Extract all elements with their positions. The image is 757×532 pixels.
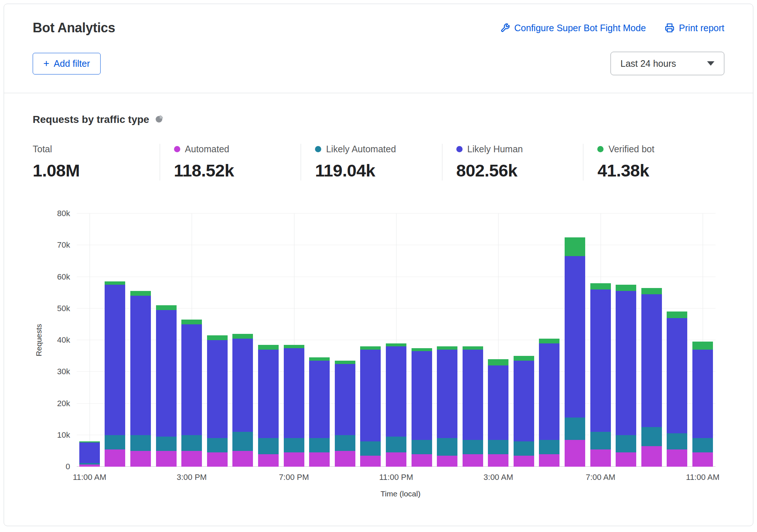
stat-total-value: 1.08M xyxy=(33,160,160,181)
bar-segment-likely-automated xyxy=(539,440,559,454)
x-tick-label: 11:00 AM xyxy=(73,473,106,482)
bar-column xyxy=(690,214,716,467)
stacked-bar[interactable] xyxy=(130,214,151,467)
bar-column xyxy=(153,214,179,467)
bar-segment-verified-bot xyxy=(641,288,662,294)
add-filter-label: Add filter xyxy=(54,58,90,69)
stacked-bar[interactable] xyxy=(105,214,125,467)
bar-segment-automated xyxy=(463,454,483,467)
bar-column xyxy=(383,214,409,467)
add-filter-button[interactable]: + Add filter xyxy=(33,53,101,74)
bar-column xyxy=(588,214,613,467)
bar-column xyxy=(256,214,281,467)
x-tick-label: 7:00 AM xyxy=(586,473,615,482)
stacked-bar[interactable] xyxy=(590,214,611,467)
bar-segment-likely-human xyxy=(616,291,636,435)
bar-segment-likely-automated xyxy=(181,435,202,451)
bar-segment-verified-bot xyxy=(488,359,508,365)
x-tick-label: 11:00 PM xyxy=(379,473,413,482)
stacked-bar[interactable] xyxy=(539,214,559,467)
stacked-bar[interactable] xyxy=(335,214,355,467)
pie-chart-icon xyxy=(155,114,164,125)
y-tick-label: 30k xyxy=(57,367,70,376)
bar-column xyxy=(102,214,128,467)
bar-column xyxy=(409,214,435,467)
bar-segment-likely-automated xyxy=(386,437,406,452)
stacked-bar[interactable] xyxy=(641,214,662,467)
bar-segment-automated xyxy=(386,452,406,467)
stacked-bar[interactable] xyxy=(258,214,279,467)
stacked-bar[interactable] xyxy=(488,214,508,467)
bar-segment-likely-automated xyxy=(412,440,432,454)
bar-column xyxy=(204,214,230,467)
stacked-bar[interactable] xyxy=(207,214,228,467)
stacked-bar[interactable] xyxy=(386,214,406,467)
bar-segment-likely-human xyxy=(360,350,381,441)
bar-segment-likely-human xyxy=(386,346,406,437)
stat-likely-automated-label: Likely Automated xyxy=(326,144,396,154)
chevron-down-icon xyxy=(707,61,714,66)
bar-segment-automated xyxy=(616,452,636,467)
stat-likely-human-value: 802.56k xyxy=(456,160,583,181)
stacked-bar[interactable] xyxy=(437,214,457,467)
stacked-bar[interactable] xyxy=(232,214,253,467)
bar-segment-verified-bot xyxy=(616,285,636,291)
stacked-bar[interactable] xyxy=(463,214,483,467)
stacked-bar[interactable] xyxy=(565,214,585,467)
stacked-bar[interactable] xyxy=(79,214,100,467)
bar-column xyxy=(613,214,639,467)
stacked-bar[interactable] xyxy=(412,214,432,467)
stat-verified-bot-label: Verified bot xyxy=(608,144,654,154)
bar-segment-verified-bot xyxy=(437,346,457,350)
bar-column xyxy=(332,214,358,467)
bar-segment-verified-bot xyxy=(590,283,611,289)
bar-segment-automated xyxy=(232,451,253,467)
section-title: Requests by traffic type xyxy=(33,114,149,125)
bar-segment-likely-human xyxy=(309,361,330,438)
stacked-bar[interactable] xyxy=(360,214,381,467)
bar-column xyxy=(358,214,384,467)
x-tick-label: 3:00 AM xyxy=(483,473,513,482)
y-axis-title: Requests xyxy=(35,324,43,357)
bar-segment-likely-human xyxy=(437,350,457,438)
stacked-bar[interactable] xyxy=(284,214,304,467)
stat-automated: Automated 118.52k xyxy=(160,144,301,181)
bar-segment-automated xyxy=(514,456,534,467)
configure-super-bot-fight-mode-link[interactable]: Configure Super Bot Fight Mode xyxy=(500,23,646,33)
bar-segment-verified-bot xyxy=(130,291,151,296)
stacked-bar[interactable] xyxy=(667,214,687,467)
bar-segment-verified-bot xyxy=(156,305,177,310)
stat-total: Total 1.08M xyxy=(33,144,160,181)
bar-segment-likely-automated xyxy=(207,438,228,452)
bar-segment-automated xyxy=(641,446,662,467)
bar-segment-likely-automated xyxy=(692,438,713,452)
stacked-bar[interactable] xyxy=(156,214,177,467)
bar-segment-likely-human xyxy=(463,350,483,440)
bar-segment-verified-bot xyxy=(539,339,559,343)
bar-segment-likely-human xyxy=(488,365,508,440)
time-range-dropdown[interactable]: Last 24 hours xyxy=(611,52,724,75)
bar-segment-likely-human xyxy=(335,364,355,435)
bar-column xyxy=(434,214,460,467)
bar-column xyxy=(537,214,562,467)
stacked-bar[interactable] xyxy=(181,214,202,467)
configure-link-label: Configure Super Bot Fight Mode xyxy=(514,23,646,33)
stacked-bar[interactable] xyxy=(616,214,636,467)
bar-segment-verified-bot xyxy=(232,334,253,339)
stat-automated-value: 118.52k xyxy=(174,160,301,181)
bar-segment-likely-human xyxy=(641,294,662,427)
bar-segment-verified-bot xyxy=(692,342,713,350)
stacked-bar[interactable] xyxy=(309,214,330,467)
bar-segment-verified-bot xyxy=(309,357,330,361)
bar-segment-automated xyxy=(79,464,100,467)
bar-segment-likely-automated xyxy=(488,440,508,454)
plus-icon: + xyxy=(43,58,49,69)
plot-area[interactable]: 010k20k30k40k50k60k70k80k11:00 AM3:00 PM… xyxy=(77,214,716,467)
bar-segment-verified-bot xyxy=(463,346,483,350)
print-report-link[interactable]: Print report xyxy=(665,23,724,33)
x-tick-label: 7:00 PM xyxy=(279,473,309,482)
stacked-bar[interactable] xyxy=(692,214,713,467)
bar-segment-likely-human xyxy=(156,310,177,437)
stacked-bar[interactable] xyxy=(514,214,534,467)
bar-segment-verified-bot xyxy=(386,343,406,347)
